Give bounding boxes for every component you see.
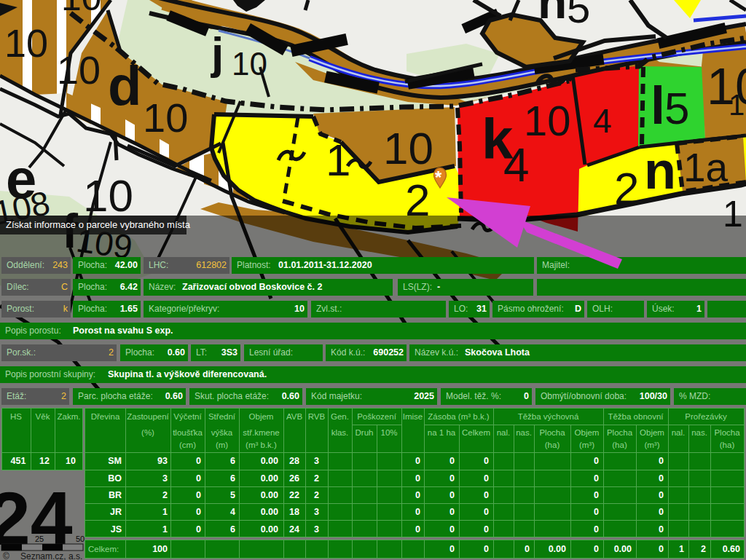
svg-text:1a: 1a: [683, 145, 729, 190]
svg-text:10: 10: [232, 46, 267, 82]
svg-text:1: 1: [729, 89, 745, 121]
svg-text:5: 5: [664, 83, 689, 133]
svg-text:l: l: [651, 76, 665, 135]
svg-text:10: 10: [83, 170, 133, 221]
svg-text:10: 10: [61, 0, 102, 18]
svg-text:1: 1: [326, 135, 350, 185]
svg-text:j: j: [211, 28, 224, 78]
svg-text:n: n: [644, 141, 676, 200]
svg-text:10: 10: [143, 95, 188, 141]
svg-text:4: 4: [593, 102, 612, 140]
svg-text:4: 4: [503, 139, 530, 192]
svg-text:10: 10: [524, 97, 571, 144]
svg-text:10: 10: [4, 21, 48, 65]
svg-text:5: 5: [567, 0, 590, 31]
svg-text:n: n: [538, 0, 567, 28]
svg-text:10: 10: [383, 123, 433, 173]
svg-text:10: 10: [57, 48, 101, 92]
svg-text:d: d: [108, 55, 141, 117]
svg-text:2: 2: [614, 163, 639, 213]
